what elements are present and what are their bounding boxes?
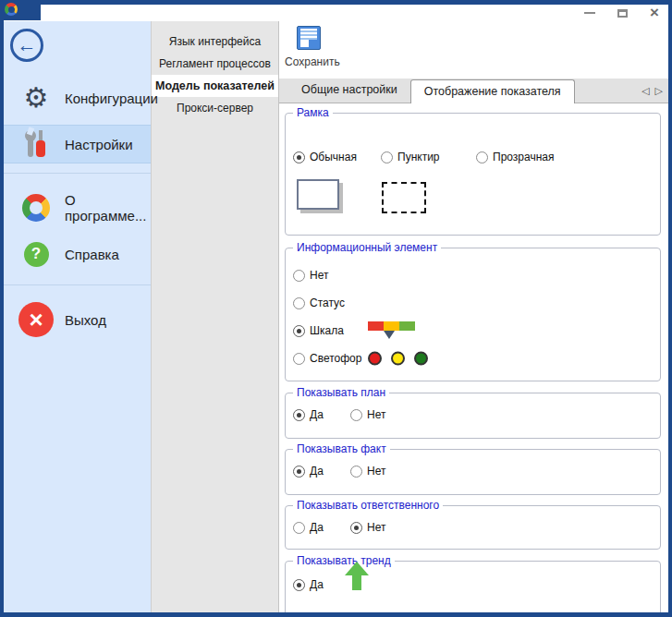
sidebar-item-about[interactable]: О программе... [4, 187, 151, 229]
radio-plan-yes[interactable]: Да [293, 408, 350, 421]
radio-responsible-yes[interactable]: Да [293, 521, 350, 534]
radio-frame-transparent[interactable]: Прозрачная [476, 151, 554, 163]
radio-icon [293, 353, 305, 365]
tab-scroll-arrows: ◁ ▷ [641, 79, 663, 103]
radio-icon [293, 270, 305, 282]
radio-icon [350, 466, 362, 478]
sidebar-item-help[interactable]: ? Справка [4, 235, 151, 273]
toolbar: Сохранить [279, 21, 668, 79]
save-button[interactable]: Сохранить [285, 26, 349, 68]
menu-item-interface-language[interactable]: Язык интерфейса [152, 30, 278, 53]
app-logo-patch [0, 0, 41, 20]
group-show-responsible-title: Показывать ответственного [293, 499, 443, 512]
radio-icon [293, 325, 305, 337]
back-button[interactable]: ← [10, 29, 43, 62]
group-info-element: Информационный элемент Нет Статус Шкала [285, 248, 661, 381]
radio-icon [350, 522, 362, 534]
tools-icon [18, 130, 54, 158]
radio-info-none[interactable]: Нет [286, 261, 660, 289]
exit-icon: × [18, 302, 54, 337]
window-body: ← ⚙ Конфигурации Настройки О программе.. [4, 21, 668, 612]
radio-frame-dotted[interactable]: Пунктир [381, 151, 476, 163]
minimize-icon [584, 12, 595, 14]
tab-scroll-right-icon[interactable]: ▷ [655, 85, 663, 97]
settings-menu: Язык интерфейса Регламент процессов Моде… [151, 21, 279, 612]
group-show-responsible: Показывать ответственного Да Нет [285, 505, 661, 550]
group-show-trend-title: Показывать тренд [293, 554, 395, 567]
radio-icon [350, 409, 362, 421]
sidebar-item-label: Справка [65, 247, 119, 262]
radio-fact-no[interactable]: Нет [350, 465, 385, 478]
radio-trend-yes[interactable]: Да [286, 575, 660, 595]
window-controls: × [583, 5, 661, 21]
radio-icon [381, 151, 393, 163]
frame-preview-dashed [382, 182, 426, 213]
gear-icon: ⚙ [18, 84, 54, 112]
menu-item-indicator-model[interactable]: Модель показателей [152, 75, 278, 97]
sidebar-divider [4, 284, 151, 285]
help-icon: ? [18, 242, 54, 267]
tab-strip: Общие настройки Отображение показателя ◁… [279, 79, 668, 103]
sidebar-item-label: Конфигурации [65, 91, 158, 106]
title-bar: × [4, 5, 668, 21]
minimize-button[interactable] [583, 6, 596, 19]
group-frame: Рамка Обычная Пунктир Прозрачная [285, 113, 661, 236]
menu-item-process-regulation[interactable]: Регламент процессов [152, 53, 278, 75]
radio-icon [293, 579, 305, 591]
sidebar-item-label: Выход [65, 312, 106, 328]
tab-content: Рамка Обычная Пунктир Прозрачная [279, 103, 668, 612]
group-info-element-title: Информационный элемент [293, 241, 441, 254]
radio-info-trafficlight[interactable]: Светофор [286, 345, 660, 372]
radio-icon [293, 522, 305, 534]
group-show-fact: Показывать факт Да Нет [285, 449, 661, 495]
group-show-plan-title: Показывать план [293, 386, 389, 399]
radio-responsible-no[interactable]: Нет [350, 521, 385, 534]
app-window: × ← ⚙ Конфигурации Настройки [0, 0, 672, 617]
tab-indicator-display[interactable]: Отображение показателя [410, 79, 575, 103]
group-show-fact-title: Показывать факт [293, 442, 390, 455]
save-floppy-icon [297, 26, 321, 50]
sidebar: ← ⚙ Конфигурации Настройки О программе.. [4, 21, 151, 612]
about-ring-icon [18, 194, 54, 222]
sidebar-item-label: Настройки [65, 137, 133, 152]
menu-item-proxy-server[interactable]: Прокси-сервер [152, 97, 278, 119]
sidebar-item-exit[interactable]: × Выход [4, 296, 151, 343]
radio-icon [293, 297, 305, 309]
traffic-lights-icon [368, 352, 428, 366]
tab-scroll-left-icon[interactable]: ◁ [641, 85, 649, 97]
frame-preview-solid [297, 179, 339, 210]
trend-up-arrow-icon [345, 562, 369, 593]
maximize-button[interactable] [616, 6, 629, 19]
app-logo-icon [5, 3, 18, 16]
sidebar-divider [4, 173, 151, 174]
sidebar-item-label: О программе... [65, 192, 151, 224]
radio-icon [293, 151, 305, 163]
radio-icon [476, 151, 488, 163]
close-button[interactable]: × [648, 6, 661, 19]
save-button-label: Сохранить [285, 55, 340, 68]
radio-icon [293, 409, 305, 421]
back-arrow-icon: ← [18, 35, 37, 54]
sidebar-item-settings[interactable]: Настройки [4, 125, 151, 163]
radio-plan-no[interactable]: Нет [350, 408, 385, 421]
maximize-icon [617, 9, 628, 18]
group-show-plan: Показывать план Да Нет [285, 393, 661, 439]
sidebar-item-configurations[interactable]: ⚙ Конфигурации [4, 79, 151, 117]
tab-general-settings[interactable]: Общие настройки [288, 78, 410, 103]
radio-fact-yes[interactable]: Да [293, 465, 350, 478]
group-show-trend: Показывать тренд Да Нет [285, 561, 661, 612]
group-frame-title: Рамка [293, 106, 333, 119]
radio-info-scale[interactable]: Шкала [286, 317, 660, 345]
radio-icon [293, 466, 305, 478]
radio-trend-no[interactable]: Нет [286, 611, 660, 612]
radio-info-status[interactable]: Статус [286, 289, 660, 317]
radio-frame-normal[interactable]: Обычная [293, 151, 381, 163]
main-panel: Сохранить Общие настройки Отображение по… [279, 21, 668, 612]
